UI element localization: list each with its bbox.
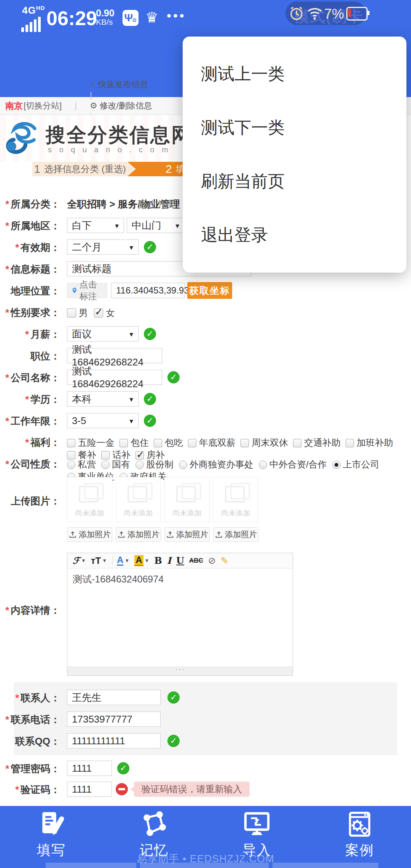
upload-slot[interactable]: 尚未添加	[164, 477, 210, 522]
checkbox-icon[interactable]	[67, 439, 75, 447]
switch-city-link[interactable]: [切换分站]	[24, 100, 62, 112]
site-link-label: 快速发布信息	[98, 79, 148, 90]
welfare-option-五险一金[interactable]: 五险一金	[67, 437, 115, 448]
toolbar-font-size-button[interactable]: тT▼	[91, 555, 107, 566]
welfare-option-包吃[interactable]: 包吃	[154, 437, 183, 448]
admin-password-input[interactable]: 1111	[67, 761, 112, 776]
nav-item-记忆[interactable]: 记忆	[103, 810, 206, 860]
contact-qq-input[interactable]: 11111111111	[67, 733, 161, 748]
nature-option-私营[interactable]: 私营	[67, 459, 96, 469]
toolbar-font-color-button[interactable]: A▼	[117, 555, 129, 566]
add-photo-button[interactable]: 添加照片	[164, 527, 210, 542]
checkbox-icon[interactable]	[241, 439, 249, 447]
site-domain: s o q u a n o . c o m	[48, 145, 171, 154]
nav-item-导入[interactable]: 导入	[206, 810, 308, 860]
nature-option-外商独资办事处[interactable]: 外商独资办事处	[179, 459, 253, 469]
toolbar-italic-button[interactable]: I	[167, 555, 171, 566]
radio-icon[interactable]	[259, 461, 267, 469]
contact-name-input[interactable]: 王先生	[67, 690, 161, 705]
checkbox-icon[interactable]	[119, 439, 128, 447]
network-indicator: 4GHD	[22, 5, 45, 16]
site-link-2[interactable]: ⚙修改/删除信息	[90, 100, 152, 112]
nature-option-国有[interactable]: 国有	[101, 459, 130, 469]
field-company: *公司名称： 测试1684629268224 ✓	[0, 370, 403, 386]
nature-option-中外合资/合作[interactable]: 中外合资/合作	[259, 459, 327, 469]
add-photo-button[interactable]: 添加照片	[213, 527, 258, 542]
upload-icon	[117, 530, 126, 539]
toolbar-highlight-color-button[interactable]: A▼	[134, 555, 149, 566]
nature-option-股份制[interactable]: 股份制	[135, 459, 174, 469]
validity-select[interactable]: 二个月▼	[67, 239, 139, 255]
salary-select[interactable]: 面议▼	[67, 326, 139, 341]
field-location: 地理位置： 点击标注 116.340453,39.936404 获取坐标	[0, 283, 403, 299]
more-dots-icon: •••	[167, 8, 186, 23]
experience-select[interactable]: 3-5▼	[67, 413, 139, 428]
radio-icon[interactable]	[67, 461, 75, 469]
welfare-option-年底双薪[interactable]: 年底双薪	[188, 437, 236, 448]
welfare-option-周末双休[interactable]: 周末双休	[241, 437, 288, 448]
nav-highlight-bar	[140, 863, 269, 868]
position-input[interactable]: 测试1684629268224	[67, 348, 162, 363]
editor-content[interactable]: 测试-1684632406974	[67, 568, 293, 661]
field-contact-qq: 联系QQ： 11111111111 ✓	[0, 733, 403, 749]
nav-item-填写[interactable]: 填写	[0, 810, 103, 860]
radio-icon[interactable]	[179, 461, 187, 469]
nature-option-上市公司[interactable]: 上市公司	[332, 459, 379, 469]
upload-slot[interactable]: 尚未添加	[67, 477, 112, 522]
image-placeholder-icon	[127, 486, 147, 503]
toolbar-bold-button[interactable]: B	[154, 555, 162, 566]
upload-slot[interactable]: 尚未添加	[116, 477, 161, 522]
add-photo-button[interactable]: 添加照片	[67, 527, 112, 542]
step-1[interactable]: 1选择信息分类 (重选)	[32, 162, 127, 176]
welfare-option-包住[interactable]: 包住	[119, 437, 149, 448]
education-select[interactable]: 本科▼	[67, 391, 139, 407]
toolbar-strikethrough-button[interactable]: ABC	[189, 557, 203, 565]
change-category-link[interactable]: 更改分类	[137, 196, 175, 212]
valid-check-icon: ✓	[167, 691, 180, 704]
checkbox-icon[interactable]	[154, 439, 162, 447]
menu-item-刷新当前页[interactable]: 刷新当前页	[183, 170, 406, 193]
nav-item-案例[interactable]: 案例	[308, 810, 411, 860]
valid-check-icon: ✓	[167, 371, 180, 383]
site-link-1[interactable]: ⚡快速发布信息	[90, 79, 152, 90]
welfare-option-加班补助[interactable]: 加班补助	[346, 437, 393, 448]
radio-selected-icon[interactable]	[332, 461, 341, 469]
radio-icon[interactable]	[135, 461, 144, 469]
checkbox-icon[interactable]	[188, 439, 196, 447]
checkbox-checked-icon[interactable]	[94, 308, 103, 318]
menu-item-测试上一类[interactable]: 测试上一类	[183, 63, 406, 85]
screen: 4GHD 06:29 0.90KB/s Ψ⚙ ♛ ••• 模式(易卡 7% 填表…	[0, 0, 411, 868]
region-select-area[interactable]: 中山门▼	[127, 218, 185, 233]
radio-icon[interactable]	[101, 461, 110, 469]
divider: |	[90, 90, 92, 100]
checkbox-icon[interactable]	[346, 439, 354, 447]
upload-slot[interactable]: 尚未添加	[213, 477, 258, 522]
editor-resize-handle[interactable]	[67, 667, 293, 675]
company-input[interactable]: 测试1684629268224	[67, 370, 162, 385]
get-coords-button[interactable]: 获取坐标	[187, 282, 232, 299]
coords-input[interactable]: 116.340453,39.936404	[111, 283, 185, 298]
toolbar-underline-button[interactable]: U	[176, 555, 184, 566]
checkbox-icon[interactable]	[293, 439, 301, 447]
upload-placeholder-text: 尚未添加	[116, 508, 161, 518]
captcha-input[interactable]: 1111	[67, 782, 112, 797]
upload-placeholder-text: 尚未添加	[67, 508, 112, 518]
site-logo-icon	[3, 118, 43, 158]
nav-item-label: 导入	[206, 841, 308, 860]
menu-item-退出登录[interactable]: 退出登录	[183, 224, 406, 246]
toolbar-font-name-button[interactable]: ℱ▼	[73, 555, 86, 566]
contact-phone-input[interactable]: 17353977777	[67, 712, 161, 727]
checkbox-icon[interactable]	[67, 308, 76, 318]
menu-item-测试下一类[interactable]: 测试下一类	[183, 116, 406, 139]
editor-toolbar: ℱ▼тT▼A▼A▼BIUABC⊘✎	[67, 553, 293, 568]
region-select-district[interactable]: 白下▼	[67, 218, 124, 233]
field-contact-name: *联系人： 王先生 ✓	[0, 690, 403, 706]
gender-option-男[interactable]: 男	[67, 308, 88, 318]
add-photo-button[interactable]: 添加照片	[116, 527, 161, 542]
map-mark-chip[interactable]: 点击标注	[67, 283, 107, 298]
toolbar-format-brush-button[interactable]: ✎	[221, 555, 228, 566]
gender-option-女[interactable]: 女	[94, 308, 115, 318]
welfare-option-交通补助[interactable]: 交通补助	[293, 437, 341, 448]
nav-item-label: 填写	[0, 841, 103, 860]
toolbar-eraser-button[interactable]: ⊘	[208, 555, 216, 566]
